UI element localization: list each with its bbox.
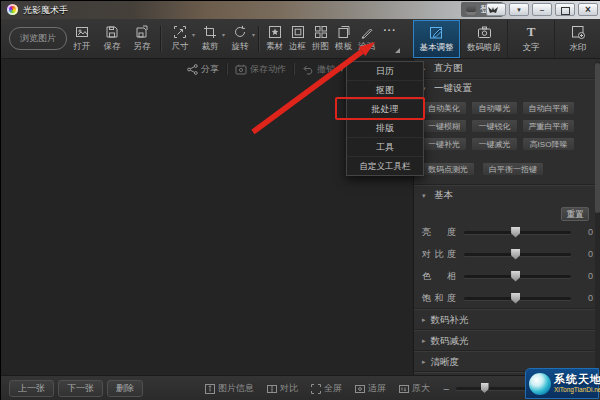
tab-text[interactable]: T 文字 [507,20,554,58]
adjust-panel: ▸ 直方图 ▾ 一键设置 自动美化 自动曝光 自动白平衡 一键模糊 一键锐化 严… [413,59,600,375]
open-button[interactable]: 打开 [67,22,97,56]
zoom-out-button[interactable]: − [443,383,449,395]
maximize-button[interactable] [555,3,575,16]
skin-button[interactable] [486,3,506,16]
zoom-slider-handle[interactable] [481,383,489,393]
tab-watermark[interactable]: 水印 [554,20,600,58]
saturation-value: 0 [579,293,593,303]
crop-button[interactable]: ▾ 裁剪 [195,22,225,56]
fit-screen-button[interactable]: 适屏 [355,382,386,395]
material-button[interactable]: 素材 [263,22,286,56]
main-toolbar: 浏览图片 打开 保存 另存 ▾ 尺寸 ▾ 裁剪 [1,19,600,59]
delete-image-button[interactable]: 删除 [107,380,143,397]
collapse-caret-icon: ▸ [422,358,426,366]
save-button[interactable]: 保存 [97,22,127,56]
watermark-icon [571,25,586,40]
saturation-slider-row: 饱和度 0 [414,287,600,309]
image-info-button[interactable]: 图片信息 [205,382,254,395]
app-logo-icon [7,4,18,15]
minimize-button[interactable]: – [532,3,552,16]
collage-icon [314,25,328,39]
white-balance-one-key-button[interactable]: 白平衡一指键 [482,162,544,176]
slider-handle[interactable] [511,227,520,238]
watermark-title: 系统天地 [554,374,600,385]
actual-size-button[interactable]: 原大 [399,382,430,395]
share-button[interactable]: 分享 [187,63,219,76]
tab-digital-darkroom[interactable]: 数码暗房 [460,20,507,58]
fit-screen-icon [355,384,365,394]
reset-button[interactable]: 重置 [561,207,589,221]
slider-handle[interactable] [511,293,520,304]
rotate-dropdown-caret[interactable]: ▾ [252,31,255,38]
collage-button[interactable]: 拼图 [309,22,332,56]
severe-white-balance-button[interactable]: 严重白平衡 [522,119,575,133]
section-digital-reduce-light[interactable]: ▸ 数码减光 [414,330,600,351]
onekey-blur-button[interactable]: 一键模糊 [421,119,467,133]
saturation-slider[interactable] [464,297,571,300]
hue-slider[interactable] [464,275,571,278]
border-icon [291,25,305,39]
more-tools-button[interactable]: ··· [378,22,402,56]
compare-button[interactable]: 对比 [267,382,298,395]
collapse-caret-icon: ▸ [422,316,426,324]
contrast-value: 0 [579,249,593,259]
resize-button[interactable]: ▾ 尺寸 [165,22,195,56]
undo-icon [302,64,314,75]
more-dots-icon: ··· [378,22,402,40]
save-action-button[interactable]: 保存动作 [235,63,286,76]
contrast-slider[interactable] [464,253,571,256]
save-as-button[interactable]: 另存 [127,22,157,56]
corner-triangle-icon [395,48,400,53]
menu-item-layout[interactable]: 排版 [347,119,423,138]
save-as-icon [135,25,149,39]
main-menu-button[interactable]: ▼ [509,3,529,16]
brightness-slider-row: 亮度 0 [414,221,600,243]
menu-item-calendar[interactable]: 日历 [347,62,423,81]
high-iso-denoise-button[interactable]: 高ISO降噪 [522,137,575,151]
digital-spot-metering-button[interactable]: 数码点测光 [421,162,475,176]
auto-beautify-button[interactable]: 自动美化 [421,101,467,115]
menu-item-batch-process[interactable]: 批处理 [347,100,423,119]
app-title: 光影魔术手 [23,4,68,17]
onekey-fill-light-button[interactable]: 一键补光 [421,137,467,151]
auto-white-balance-button[interactable]: 自动白平衡 [522,101,575,115]
auto-exposure-button[interactable]: 自动曝光 [471,101,518,115]
separator [293,63,295,75]
menu-item-tools[interactable]: 工具 [347,138,423,157]
metering-buttons: 数码点测光 白平衡一指键 [421,162,600,176]
scrollbar-thumb[interactable] [595,63,600,213]
undo-history-caret[interactable]: ▾ [340,66,343,73]
panel-scrollbar[interactable] [595,61,600,371]
section-histogram[interactable]: ▸ 直方图 [414,59,600,79]
section-basic[interactable]: ▾ 基本 [414,186,600,205]
close-button[interactable]: × [578,3,598,16]
brightness-label: 亮度 [422,226,456,239]
undo-button[interactable]: 撤销 ▾ [302,63,343,76]
crop-icon [203,25,217,39]
next-image-button[interactable]: 下一张 [58,380,103,397]
section-onekey-settings[interactable]: ▾ 一键设置 [414,79,600,98]
rotate-icon [233,25,247,39]
menu-item-cutout[interactable]: 抠图 [347,81,423,100]
template-button[interactable]: 模板 [332,22,355,56]
brightness-slider[interactable] [464,231,571,234]
border-button[interactable]: 边框 [286,22,309,56]
tab-basic-adjust[interactable]: 基本调整 [413,20,460,58]
doodle-button[interactable]: 涂鸦 [355,22,378,56]
edit-icon [429,25,444,40]
actual-size-icon [399,384,409,394]
slider-group: 亮度 0 对比度 0 色相 0 饱和度 0 [414,221,600,309]
site-watermark: 系统天地 XiTongTianDi.net [525,368,599,399]
slider-handle[interactable] [511,271,520,282]
onekey-sharpen-button[interactable]: 一键锐化 [471,119,518,133]
rotate-button[interactable]: ▾ 旋转 [225,22,255,56]
slider-handle[interactable] [511,249,520,260]
section-digital-fill-light[interactable]: ▸ 数码补光 [414,309,600,330]
canvas-action-bar: 分享 保存动作 撤销 ▾ [187,61,343,77]
menu-item-customize-toolbar[interactable]: 自定义工具栏 [347,157,423,175]
browse-photos-button[interactable]: 浏览图片 [9,27,67,50]
onekey-reduce-light-button[interactable]: 一键减光 [471,137,518,151]
share-icon [187,64,198,75]
previous-image-button[interactable]: 上一张 [9,380,54,397]
fullscreen-button[interactable]: 全屏 [311,382,342,395]
